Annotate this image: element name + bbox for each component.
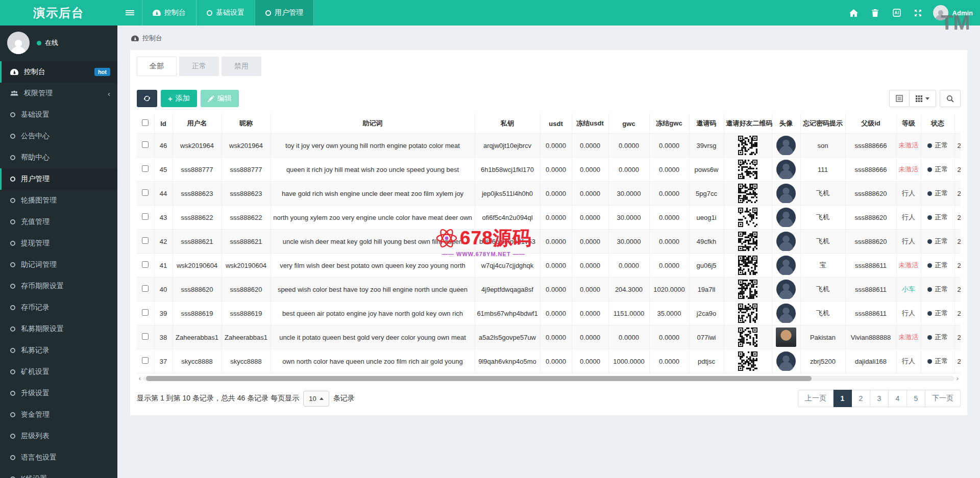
row-checkbox[interactable] — [142, 333, 149, 340]
refresh-button[interactable] — [137, 90, 157, 107]
page-button-下一页[interactable]: 下一页 — [925, 390, 961, 407]
tab-正常[interactable]: 正常 — [179, 57, 219, 76]
sidebar-item-存币期限设置[interactable]: 存币期限设置 — [0, 275, 117, 297]
row-checkbox[interactable] — [142, 237, 149, 244]
column-header-level: 等级 — [896, 114, 921, 134]
circle-icon — [10, 155, 15, 160]
circle-icon — [10, 112, 15, 117]
search-button[interactable] — [940, 90, 961, 107]
row-checkbox[interactable] — [142, 189, 149, 196]
page-button-3[interactable]: 3 — [870, 390, 889, 407]
row-checkbox[interactable] — [142, 357, 149, 364]
edit-button[interactable]: 编辑 — [201, 90, 239, 107]
row-checkbox[interactable] — [142, 165, 149, 172]
home-icon[interactable] — [843, 0, 865, 26]
cell-gwc: 0.0000 — [608, 325, 649, 349]
cell-avatar — [772, 206, 800, 230]
cell-qr — [724, 349, 772, 373]
sidebar-item-私募记录[interactable]: 私募记录 — [0, 340, 117, 361]
cell-nickname: Zaheerabbas1 — [222, 325, 271, 349]
row-checkbox[interactable] — [142, 213, 149, 220]
page-button-5[interactable]: 5 — [907, 390, 925, 407]
page-button-上一页[interactable]: 上一页 — [798, 390, 834, 407]
sidebar-item-矿机设置[interactable]: 矿机设置 — [0, 361, 117, 383]
scroll-right-icon[interactable]: › — [954, 375, 961, 382]
circle-icon — [10, 455, 15, 460]
table-toolbar: + 添加 编辑 — [137, 90, 961, 107]
cell-parent_id: sss888666 — [845, 134, 896, 158]
cell-frozen_gwc: 0.0000 — [649, 254, 689, 278]
sidebar-item-轮播图管理[interactable]: 轮播图管理 — [0, 190, 117, 211]
fullscreen-icon[interactable] — [908, 0, 929, 26]
cell-parent_id: sss888666 — [845, 158, 896, 182]
circle-icon — [10, 134, 15, 139]
cell-usdt: 0.0000 — [540, 134, 572, 158]
scrollbar-track[interactable] — [143, 376, 954, 381]
tab-禁用[interactable]: 禁用 — [222, 57, 261, 76]
cell-status: 正常 — [921, 182, 954, 206]
column-header-invite_code: 邀请码 — [689, 114, 724, 134]
user-menu[interactable]: Admin — [929, 5, 973, 20]
sidebar-item-公告中心[interactable]: 公告中心 — [0, 125, 117, 147]
sidebar-item-K线设置[interactable]: K线设置 — [0, 468, 117, 478]
row-checkbox[interactable] — [142, 285, 149, 292]
status-dot-icon — [927, 143, 932, 148]
sidebar-item-助记词管理[interactable]: 助记词管理 — [0, 254, 117, 275]
scroll-left-icon[interactable]: ‹ — [137, 375, 143, 382]
top-menu-item[interactable]: 基础设置 — [196, 0, 255, 26]
qr-code-image — [738, 256, 757, 275]
cell-id: 45 — [154, 158, 173, 182]
language-icon[interactable] — [886, 0, 908, 26]
sidebar-item-基础设置[interactable]: 基础设置 — [0, 104, 117, 125]
tab-全部[interactable]: 全部 — [137, 57, 177, 76]
plus-icon: + — [168, 94, 173, 103]
page-button-4[interactable]: 4 — [889, 390, 907, 407]
sidebar-toggle-button[interactable] — [117, 0, 142, 26]
status-dot-icon — [927, 191, 932, 196]
avatar-person-icon — [776, 136, 796, 155]
sidebar-item-控制台[interactable]: 控制台hot — [0, 61, 117, 83]
row-checkbox[interactable] — [142, 261, 149, 268]
sidebar-item-充值管理[interactable]: 充值管理 — [0, 211, 117, 233]
cell-password_hint: zbrj5200 — [800, 349, 845, 373]
cell-mnemonic: have gold rich wish engine uncle deer me… — [271, 182, 475, 206]
scrollbar-thumb[interactable] — [146, 376, 812, 381]
cell-mnemonic: uncle it potato queen best gold very dee… — [271, 325, 475, 349]
select-all-checkbox[interactable] — [142, 119, 149, 126]
sidebar-item-帮助中心[interactable]: 帮助中心 — [0, 147, 117, 168]
row-checkbox[interactable] — [142, 141, 149, 148]
sidebar-item-用户管理[interactable]: 用户管理 — [0, 168, 117, 190]
sidebar-item-私募期限设置[interactable]: 私募期限设置 — [0, 318, 117, 340]
cell-frozen_gwc: 0.0000 — [649, 230, 689, 254]
page-button-2[interactable]: 2 — [852, 390, 870, 407]
chevron-left-icon: ‹ — [108, 89, 110, 98]
sidebar-menu: 控制台hot权限管理‹基础设置公告中心帮助中心用户管理轮播图管理充值管理提现管理… — [0, 61, 117, 478]
sidebar-item-权限管理[interactable]: 权限管理‹ — [0, 83, 117, 104]
sidebar-item-语言包设置[interactable]: 语言包设置 — [0, 447, 117, 468]
search-icon — [946, 95, 954, 103]
cell-parent_id: sss888620 — [845, 230, 896, 254]
sidebar-item-存币记录[interactable]: 存币记录 — [0, 297, 117, 318]
trash-icon[interactable] — [865, 0, 886, 26]
add-button[interactable]: + 添加 — [161, 90, 197, 107]
cell-invite_code: pdtjsc — [689, 349, 724, 373]
top-menu-item[interactable]: 控制台 — [142, 0, 196, 26]
cell-nickname: wsk20190604 — [222, 254, 271, 278]
cell-frozen_gwc: 0.0000 — [649, 325, 689, 349]
column-header-avatar: 头像 — [772, 114, 800, 134]
columns-button[interactable] — [909, 90, 936, 107]
sidebar-item-升级设置[interactable]: 升级设置 — [0, 383, 117, 404]
sidebar-item-资金管理[interactable]: 资金管理 — [0, 404, 117, 425]
row-checkbox[interactable] — [142, 309, 149, 316]
sidebar-item-提现管理[interactable]: 提现管理 — [0, 233, 117, 254]
cell-username: sss888621 — [173, 230, 222, 254]
sidebar-item-层级列表[interactable]: 层级列表 — [0, 425, 117, 447]
cell-private_key: arqjw0jt10ejbrcv — [475, 134, 540, 158]
circle-icon — [10, 262, 15, 267]
dashboard-icon — [10, 69, 18, 76]
page-size-select[interactable]: 10 — [303, 391, 329, 407]
detail-view-button[interactable] — [889, 90, 909, 107]
page-button-1[interactable]: 1 — [834, 390, 852, 407]
top-menu-item[interactable]: 用户管理 — [255, 0, 314, 26]
table-header-row: Id用户名昵称助记词私钥usdt冻结usdtgwc冻结gwc邀请码邀请好友二维码… — [137, 114, 961, 134]
